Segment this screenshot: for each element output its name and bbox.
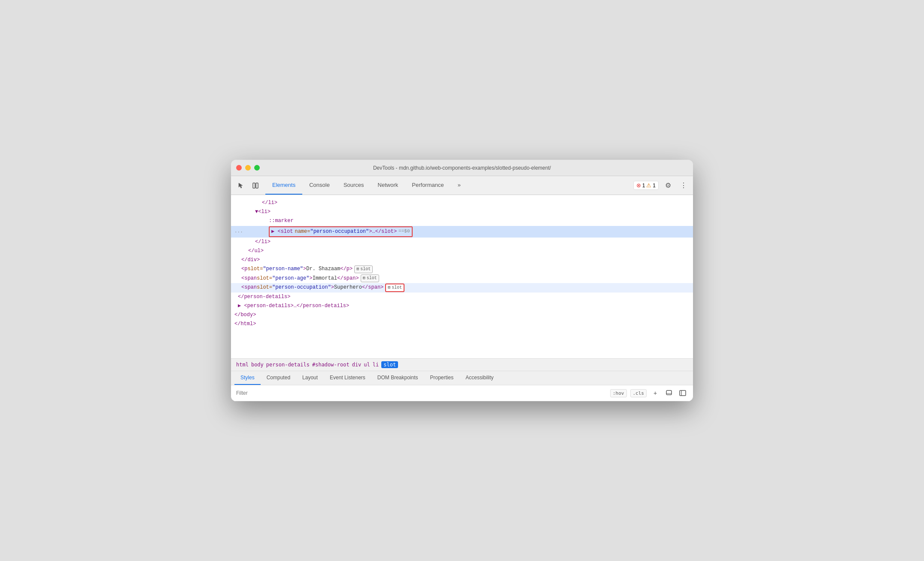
- sidebar-icon-button[interactable]: [678, 388, 688, 398]
- add-style-icon-button[interactable]: +: [650, 388, 660, 398]
- tab-network[interactable]: Network: [371, 176, 405, 195]
- cursor-icon-button[interactable]: [234, 179, 247, 192]
- panel-tab-computed[interactable]: Computed: [261, 371, 296, 385]
- panel-tab-dom-breakpoints[interactable]: DOM Breakpoints: [371, 371, 424, 385]
- close-button[interactable]: [236, 165, 242, 171]
- hov-button[interactable]: :hov: [610, 389, 627, 397]
- dom-line[interactable]: </li>: [231, 198, 693, 207]
- breadcrumb: html body person-details #shadow-root di…: [231, 358, 693, 371]
- warning-icon: ⚠: [646, 182, 651, 189]
- bottom-panel: Styles Computed Layout Event Listeners D…: [231, 371, 693, 401]
- slot-icon: ⊞: [363, 275, 365, 282]
- breadcrumb-item-shadow-root[interactable]: #shadow-root: [312, 362, 350, 368]
- layers-icon-button[interactable]: [249, 179, 262, 192]
- dom-line-selected[interactable]: ... ▶ <slot name="person-occupation" >…<…: [231, 226, 693, 238]
- dom-line[interactable]: </div>: [231, 256, 693, 265]
- devtools-tabs: Elements Console Sources Network Perform…: [265, 176, 633, 195]
- svg-rect-0: [253, 183, 255, 188]
- breadcrumb-item-div[interactable]: div: [352, 362, 362, 368]
- tab-elements[interactable]: Elements: [265, 176, 302, 195]
- palette-icon-button[interactable]: [664, 388, 674, 398]
- settings-icon-button[interactable]: ⚙: [662, 180, 674, 192]
- dom-panel: </li> ▼<li> ::marker ... ▶ <slot name="p…: [231, 195, 693, 358]
- svg-rect-4: [680, 390, 686, 396]
- dom-line[interactable]: ▶ <person-details>…</person-details>: [231, 302, 693, 311]
- dom-line[interactable]: </li>: [231, 238, 693, 247]
- slot-badge[interactable]: ⊞ slot: [354, 265, 373, 273]
- tab-sources[interactable]: Sources: [337, 176, 371, 195]
- panel-tab-properties[interactable]: Properties: [424, 371, 460, 385]
- slot-badge-highlighted[interactable]: ⊞ slot: [385, 284, 404, 292]
- window-title: DevTools - mdn.github.io/web-components-…: [373, 165, 551, 171]
- more-icon-button[interactable]: ⋮: [678, 180, 690, 192]
- maximize-button[interactable]: [254, 165, 260, 171]
- filter-right: :hov .cls +: [610, 388, 688, 398]
- svg-rect-1: [256, 183, 258, 188]
- devtools-toolbar: Elements Console Sources Network Perform…: [231, 176, 693, 195]
- error-icon: ⊗: [636, 182, 641, 189]
- dom-line[interactable]: <p slot="person-name" > Dr. Shazaam </p>…: [231, 265, 693, 274]
- tab-console[interactable]: Console: [302, 176, 337, 195]
- warning-count: 1: [653, 183, 656, 189]
- toolbar-right: ⊗ 1 ⚠ 1 ⚙ ⋮: [633, 176, 690, 195]
- error-count: 1: [642, 183, 645, 189]
- panel-tabs: Styles Computed Layout Event Listeners D…: [231, 371, 693, 385]
- titlebar: DevTools - mdn.github.io/web-components-…: [231, 160, 693, 176]
- breadcrumb-item-body[interactable]: body: [251, 362, 264, 368]
- traffic-lights: [236, 165, 260, 171]
- error-warning-badge[interactable]: ⊗ 1 ⚠ 1: [633, 181, 659, 190]
- panel-tab-accessibility[interactable]: Accessibility: [459, 371, 499, 385]
- breadcrumb-item-html[interactable]: html: [236, 362, 249, 368]
- svg-rect-2: [666, 390, 672, 395]
- selected-node-outline: ▶ <slot name="person-occupation" >…</slo…: [269, 226, 413, 237]
- breadcrumb-item-ul[interactable]: ul: [364, 362, 370, 368]
- dom-line[interactable]: ::marker: [231, 216, 693, 226]
- panel-tab-layout[interactable]: Layout: [296, 371, 324, 385]
- slot-badge[interactable]: ⊞ slot: [361, 274, 379, 282]
- minimize-button[interactable]: [245, 165, 251, 171]
- panel-tab-styles[interactable]: Styles: [234, 371, 261, 385]
- tab-performance[interactable]: Performance: [405, 176, 450, 195]
- breadcrumb-item-li[interactable]: li: [373, 362, 379, 368]
- dom-dollar-zero: $0: [404, 228, 410, 235]
- slot-icon: ⊞: [388, 284, 390, 291]
- dom-line[interactable]: </person-details>: [231, 293, 693, 302]
- cls-button[interactable]: .cls: [630, 389, 647, 397]
- filter-input[interactable]: [236, 390, 607, 396]
- breadcrumb-item-slot[interactable]: slot: [381, 361, 398, 368]
- filter-bar: :hov .cls +: [231, 385, 693, 401]
- dom-equals: ==: [398, 228, 404, 235]
- devtools-window: DevTools - mdn.github.io/web-components-…: [231, 160, 693, 401]
- slot-icon: ⊞: [356, 266, 359, 273]
- dom-dots: ...: [234, 228, 243, 235]
- dom-line[interactable]: ▼<li>: [231, 207, 693, 216]
- dom-line[interactable]: </html>: [231, 320, 693, 329]
- tab-more[interactable]: »: [451, 176, 468, 195]
- dom-line[interactable]: <span slot="person-age" > Immortal </spa…: [231, 274, 693, 283]
- breadcrumb-item-person-details[interactable]: person-details: [266, 362, 310, 368]
- panel-tab-event-listeners[interactable]: Event Listeners: [324, 371, 371, 385]
- dom-line[interactable]: </body>: [231, 311, 693, 320]
- dom-line-highlighted[interactable]: <span slot="person-occupation" > Superhe…: [231, 283, 693, 293]
- toolbar-icons: [234, 176, 262, 195]
- dom-line[interactable]: </ul>: [231, 247, 693, 256]
